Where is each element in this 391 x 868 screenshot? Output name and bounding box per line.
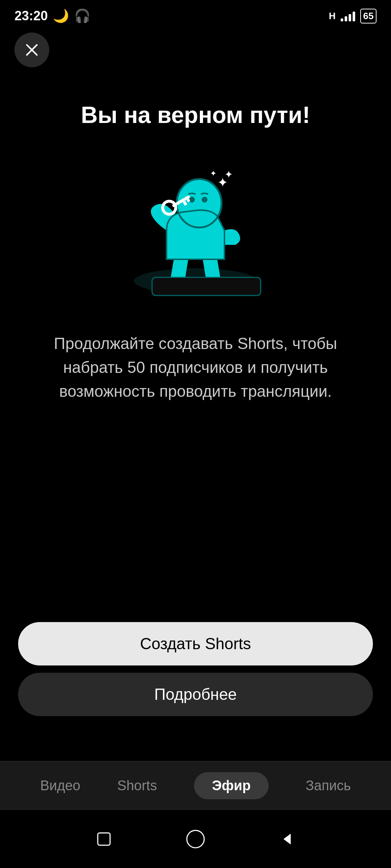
headphone-icon: 🎧 (74, 8, 91, 24)
buttons-container: Создать Shorts Подробнее (0, 622, 391, 716)
svg-rect-15 (98, 833, 110, 845)
main-content: Вы на верном пути! (0, 29, 391, 476)
svg-rect-14 (152, 277, 261, 295)
back-button[interactable] (274, 826, 300, 852)
battery-indicator: 65 (360, 9, 377, 24)
system-nav (0, 810, 391, 868)
nav-zapis-label: Запись (306, 778, 351, 793)
close-button[interactable] (14, 33, 49, 67)
bottom-nav: Видео Shorts Эфир Запись (0, 761, 391, 810)
svg-point-5 (189, 197, 195, 203)
nav-item-efir[interactable]: Эфир (194, 772, 269, 799)
nav-shorts-label: Shorts (117, 778, 157, 793)
nav-item-video[interactable]: Видео (40, 778, 80, 793)
create-shorts-button[interactable]: Создать Shorts (18, 622, 373, 665)
svg-marker-17 (283, 834, 291, 844)
svg-point-6 (202, 197, 207, 203)
home-button[interactable] (183, 826, 208, 852)
signal-bars (341, 10, 355, 21)
nav-efir-label: Эфир (194, 772, 269, 799)
more-info-button[interactable]: Подробнее (18, 673, 373, 716)
moon-icon: 🌙 (53, 8, 69, 24)
status-right: H 65 (329, 9, 377, 24)
time-display: 23:20 (14, 8, 48, 24)
status-bar: 23:20 🌙 🎧 H 65 (0, 0, 391, 29)
nav-item-shorts[interactable]: Shorts (117, 778, 157, 793)
description-text: Продолжайте создавать Shorts, чтобы набр… (36, 332, 355, 403)
recent-apps-button[interactable] (91, 826, 117, 852)
network-indicator: H (329, 10, 336, 22)
headline-text: Вы на верном пути! (81, 101, 310, 129)
illustration: ✦ ✦ ✦ (123, 158, 268, 303)
nav-item-zapis[interactable]: Запись (306, 778, 351, 793)
svg-text:✦: ✦ (210, 169, 216, 178)
nav-video-label: Видео (40, 778, 80, 793)
status-left: 23:20 🌙 🎧 (14, 8, 91, 24)
svg-point-16 (187, 830, 204, 848)
svg-text:✦: ✦ (224, 169, 233, 180)
